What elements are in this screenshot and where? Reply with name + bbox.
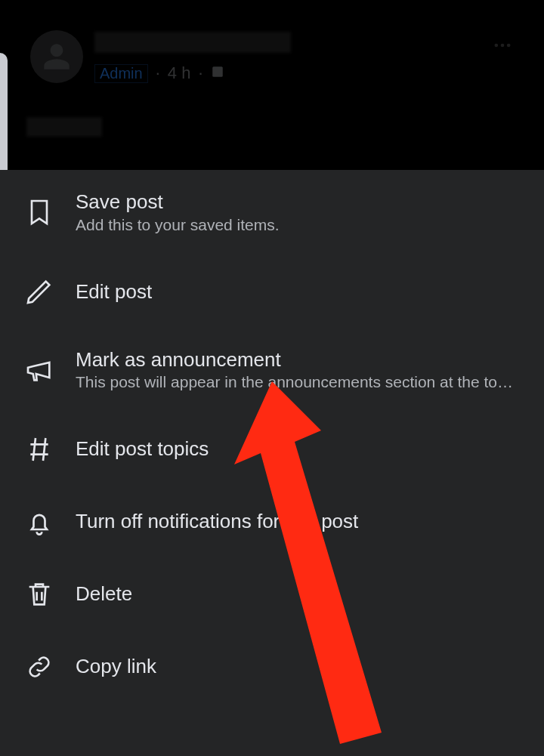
menu-delete[interactable]: Delete: [0, 558, 544, 631]
menu-save-subtitle: Add this to your saved items.: [76, 214, 521, 236]
menu-copy-link[interactable]: Copy link: [0, 631, 544, 703]
svg-point-1: [495, 44, 499, 48]
bookmark-icon: [23, 196, 56, 229]
meta-separator: ·: [156, 63, 160, 83]
trash-icon: [23, 578, 56, 611]
menu-topics-title: Edit post topics: [76, 437, 521, 461]
menu-announce-title: Mark as announcement: [76, 347, 521, 372]
author-name-redacted: [94, 32, 291, 53]
menu-save-title: Save post: [76, 190, 521, 214]
post-actions-sheet: Save post Add this to your saved items. …: [0, 170, 544, 756]
menu-announce-subtitle: This post will appear in the announcemen…: [76, 372, 521, 393]
menu-copy-link-title: Copy link: [76, 654, 521, 679]
avatar: [30, 30, 83, 83]
menu-save-post[interactable]: Save post Add this to your saved items.: [0, 170, 544, 255]
svg-point-2: [501, 44, 505, 48]
megaphone-icon: [23, 353, 56, 387]
more-options-button[interactable]: [484, 30, 521, 60]
menu-edit-post[interactable]: Edit post: [0, 255, 544, 328]
post-header-dimmed: Admin · 4 h ·: [0, 0, 544, 170]
menu-notifications-title: Turn off notifications for this post: [76, 509, 521, 534]
menu-edit-title: Edit post: [76, 279, 521, 304]
post-header-content: Admin · 4 h ·: [0, 0, 544, 170]
admin-badge: Admin: [94, 64, 148, 83]
svg-point-3: [507, 44, 511, 48]
menu-edit-topics[interactable]: Edit post topics: [0, 413, 544, 486]
menu-mark-announcement[interactable]: Mark as announcement This post will appe…: [0, 328, 544, 413]
svg-rect-0: [212, 66, 223, 77]
post-body-redacted: [26, 117, 102, 137]
bell-icon: [23, 505, 56, 538]
post-time: 4 h: [168, 63, 191, 83]
menu-turn-off-notifications[interactable]: Turn off notifications for this post: [0, 486, 544, 558]
privacy-icon: [211, 63, 224, 83]
post-meta-row: Admin · 4 h ·: [94, 63, 224, 83]
link-icon: [23, 650, 56, 683]
menu-delete-title: Delete: [76, 582, 521, 606]
hashtag-icon: [23, 433, 56, 466]
meta-separator: ·: [198, 63, 202, 83]
pencil-icon: [23, 275, 56, 308]
